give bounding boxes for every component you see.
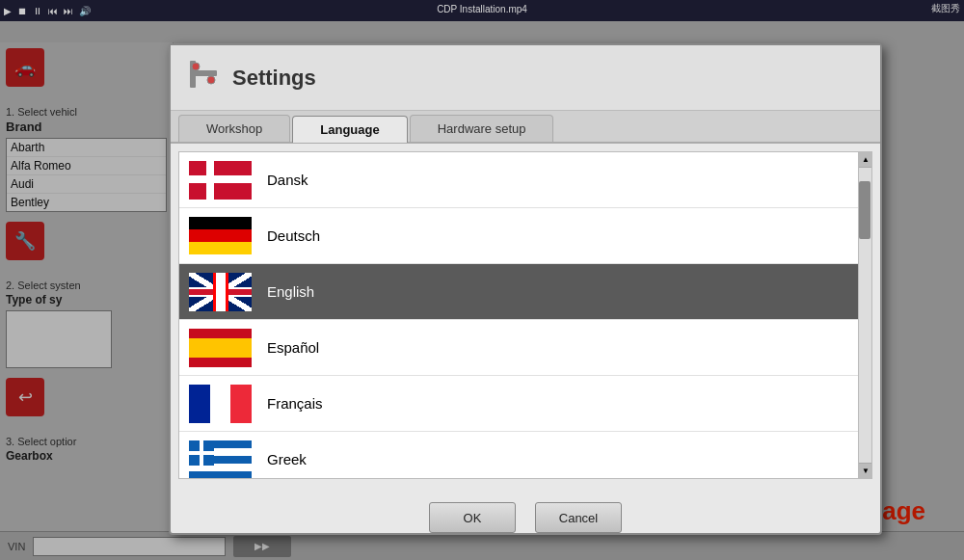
flag-es — [189, 329, 252, 367]
scrollbar-thumb[interactable] — [859, 181, 870, 239]
taskbar: ▶ ⏹ ⏸ ⏮ ⏭ 🔊 CDP Installation.mp4 截图秀 — [0, 0, 964, 21]
flag-fr — [189, 385, 252, 423]
scrollbar-down[interactable]: ▼ — [859, 463, 872, 478]
taskbar-icon5: ⏭ — [64, 6, 73, 16]
dialog-tabs: Workshop Language Hardware setup — [171, 111, 880, 144]
lang-item-espanol[interactable]: Español — [179, 320, 871, 376]
dialog-buttons: OK Cancel — [171, 487, 880, 548]
uk-cross-v — [216, 273, 226, 311]
language-list-container: Dansk Deutsch English — [178, 151, 872, 479]
lang-item-francais[interactable]: Français — [179, 376, 871, 432]
gr-stripe5 — [189, 471, 252, 479]
tab-hardware[interactable]: Hardware setup — [410, 115, 554, 142]
lang-name-deutsch: Deutsch — [267, 227, 320, 244]
svg-rect-1 — [190, 70, 217, 76]
taskbar-icon2: ⏹ — [17, 6, 27, 16]
lang-name-english: English — [267, 283, 314, 300]
lang-name-dansk: Dansk — [267, 172, 308, 188]
flag-dk — [189, 161, 252, 200]
uk-red-h — [189, 289, 252, 295]
tab-language[interactable]: Language — [292, 116, 407, 143]
flag-de — [189, 217, 252, 255]
taskbar-right-text: 截图秀 — [931, 2, 960, 15]
gr-cross — [189, 440, 214, 466]
lang-name-greek: Greek — [267, 451, 307, 467]
lang-item-deutsch[interactable]: Deutsch — [179, 208, 871, 264]
tab-workshop[interactable]: Workshop — [178, 115, 290, 142]
taskbar-icon1: ▶ — [4, 6, 12, 16]
svg-point-3 — [207, 76, 215, 84]
uk-red-v — [218, 273, 224, 311]
taskbar-icon3: ⏸ — [33, 6, 42, 16]
taskbar-icon6: 🔊 — [79, 6, 91, 16]
settings-icon — [186, 57, 221, 98]
taskbar-icon4: ⏮ — [48, 6, 58, 16]
flag-uk — [189, 273, 252, 311]
settings-dialog: Settings Workshop Language Hardware setu… — [169, 43, 882, 535]
taskbar-right: 截图秀 — [931, 2, 960, 15]
lang-item-english[interactable]: English — [179, 264, 871, 320]
flag-gr — [189, 440, 252, 479]
taskbar-title: CDP Installation.mp4 — [437, 4, 527, 14]
dialog-title: Settings — [232, 66, 316, 91]
scrollbar-up[interactable]: ▲ — [859, 152, 872, 168]
lang-item-greek[interactable]: Greek — [179, 432, 871, 479]
svg-point-2 — [192, 63, 200, 70]
lang-item-dansk[interactable]: Dansk — [179, 152, 871, 208]
dialog-header: Settings — [171, 45, 880, 111]
lang-name-espanol: Español — [267, 339, 319, 356]
ok-button[interactable]: OK — [429, 502, 516, 533]
scrollbar[interactable]: ▲ ▼ — [858, 152, 871, 478]
lang-name-francais: Français — [267, 395, 323, 412]
cancel-button[interactable]: Cancel — [535, 502, 622, 533]
